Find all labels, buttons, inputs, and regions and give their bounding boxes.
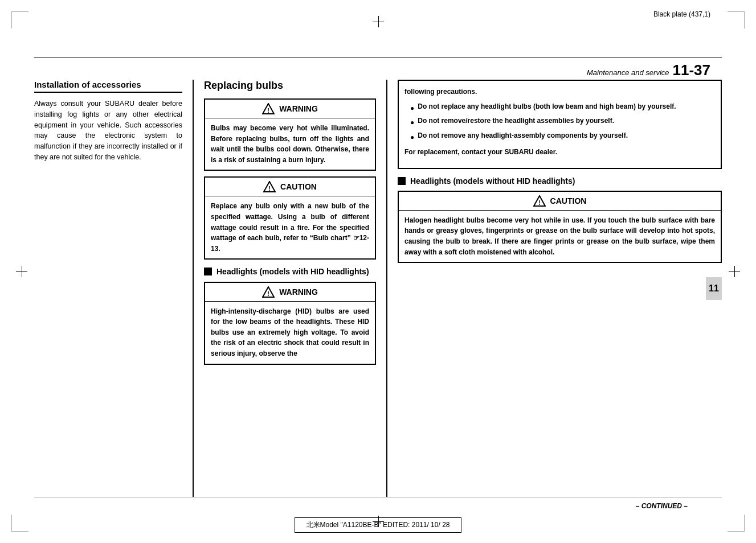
left-body-text: Always consult your SUBARU dealer before…: [34, 98, 182, 163]
warning-body-1: Bulbs may become very hot while illumina…: [205, 118, 375, 170]
footer-bar: [34, 497, 722, 497]
bullet-text-3: Do not remove any headlight-assembly com…: [418, 131, 628, 141]
no-hid-subsection-heading: Headlights (models without HID headlight…: [398, 176, 722, 186]
warning-triangle-icon-2: !: [262, 286, 275, 298]
black-square-hid: [204, 268, 212, 275]
warning-box-2: ! WARNING High-intensity-discharge (HID)…: [204, 282, 376, 365]
caution-triangle-icon-1: !: [263, 181, 276, 192]
bullet-dot-2: ●: [410, 118, 414, 127]
svg-text:!: !: [268, 185, 271, 192]
caution-label-1: CAUTION: [280, 182, 317, 191]
caution-body-2: Halogen headlight bulbs become very hot …: [399, 211, 721, 262]
corner-mark-tl: [11, 11, 28, 28]
crosshair-left: [16, 266, 27, 277]
footer-continued-label: – CONTINUED –: [636, 502, 688, 510]
page-header: Maintenance and service 11-37: [587, 61, 710, 79]
warning-label-2: WARNING: [279, 287, 318, 297]
footer-model-box: 北米Model "A1120BE-B" EDITED: 2011/ 10/ 28: [295, 517, 462, 533]
warning-header-1: ! WARNING: [205, 100, 375, 118]
left-column: Installation of accessories Always consu…: [34, 80, 194, 497]
replacement-text: For replacement, contact your SUBARU dea…: [404, 147, 715, 158]
corner-mark-br: [728, 515, 745, 532]
caution-triangle-icon-2: !: [533, 195, 546, 207]
svg-text:!: !: [267, 107, 269, 114]
left-section-title: Installation of accessories: [34, 80, 182, 93]
caution-header-1: ! CAUTION: [205, 178, 375, 196]
warning-triangle-icon-1: !: [262, 103, 275, 114]
warning-body-2: High-intensity-discharge (HID) bulbs are…: [205, 302, 375, 364]
bullet-text-1: Do not replace any headlight bulbs (both…: [418, 102, 676, 112]
caution-body-1: Replace any bulb only with a new bulb of…: [205, 196, 375, 258]
bullet-dot-1: ●: [410, 104, 414, 113]
warning-box-1: ! WARNING Bulbs may become very hot whil…: [204, 98, 376, 171]
right-precautions-box: following precautions. ● Do not replace …: [398, 80, 722, 169]
svg-text:!: !: [267, 290, 269, 297]
page: Black plate (437,1) Maintenance and serv…: [0, 0, 756, 543]
bullet-dot-3: ●: [410, 133, 414, 142]
middle-column: Replacing bulbs ! WARNING Bulbs may beco…: [194, 80, 387, 497]
svg-text:!: !: [538, 199, 541, 206]
crosshair-right: [729, 266, 740, 277]
caution-label-2: CAUTION: [550, 196, 587, 205]
crosshair-top: [373, 16, 384, 27]
bullet-item-3: ● Do not remove any headlight-assembly c…: [410, 131, 715, 142]
middle-section-title: Replacing bulbs: [204, 80, 376, 92]
bullet-item-2: ● Do not remove/restore the headlight as…: [410, 116, 715, 127]
black-plate-label: Black plate (437,1): [653, 10, 710, 18]
corner-mark-bl: [11, 515, 28, 532]
black-square-no-hid: [398, 177, 406, 185]
corner-mark-tr: [728, 11, 745, 28]
caution-header-2: ! CAUTION: [399, 192, 721, 211]
warning-label-1: WARNING: [279, 104, 318, 113]
warning-header-2: ! WARNING: [205, 283, 375, 302]
page-header-title: Maintenance and service: [587, 68, 669, 77]
bullet-list: ● Do not replace any headlight bulbs (bo…: [410, 102, 715, 142]
bullet-item-1: ● Do not replace any headlight bulbs (bo…: [410, 102, 715, 113]
caution-box-1: ! CAUTION Replace any bulb only with a n…: [204, 176, 376, 260]
content-area: Installation of accessories Always consu…: [34, 80, 722, 497]
bullet-text-2: Do not remove/restore the headlight asse…: [418, 116, 614, 126]
hid-subsection-title: Headlights (models with HID headlights): [216, 266, 369, 277]
tab-marker: 11: [706, 277, 722, 300]
no-hid-subsection-title: Headlights (models without HID headlight…: [410, 176, 575, 186]
page-header-number: 11-37: [673, 61, 711, 79]
following-precautions-text: following precautions.: [404, 87, 715, 97]
hid-subsection-heading: Headlights (models with HID headlights): [204, 266, 376, 277]
right-column: following precautions. ● Do not replace …: [387, 80, 722, 497]
caution-box-2: ! CAUTION Halogen headlight bulbs become…: [398, 191, 722, 263]
header-bar: [34, 57, 722, 57]
